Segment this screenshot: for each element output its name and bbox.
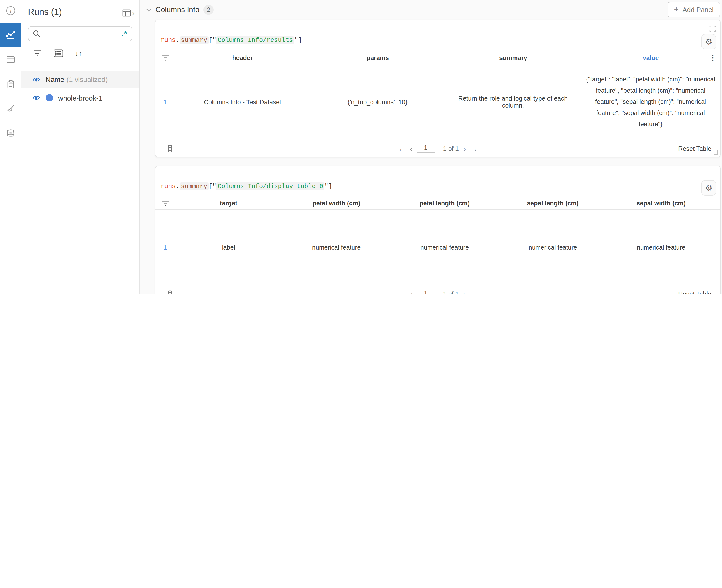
table-filter-icon[interactable] [155,197,175,209]
next-page-icon[interactable]: › [463,145,466,152]
results-table-header: header params summary value ⋮ [155,52,720,64]
last-page-icon[interactable]: → [470,290,477,294]
column-header[interactable]: sepal width (cm) [607,197,715,209]
table-footer: ← ‹ 1 - 1 of 1 › → Reset Table [155,285,720,294]
column-header[interactable]: target [175,197,282,209]
clipboard-icon[interactable] [0,76,21,93]
cell-target: label [175,244,282,251]
table-row[interactable]: 1 Columns Info - Test Dataset {'n_top_co… [155,64,720,140]
column-header[interactable]: petal length (cm) [390,197,498,209]
column-header[interactable]: sepal length (cm) [498,197,607,209]
run-row[interactable]: whole-brook-1 [21,88,139,107]
results-table-panel: runs.summary["Columns Info/results"] ⚙ h… [155,20,721,158]
display-table-header: target petal width (cm) petal length (cm… [155,197,720,210]
runs-panel: Runs (1) › .* [21,0,140,294]
cell-petal-length: numerical feature [390,244,498,251]
reset-table-button[interactable]: Reset Table [678,145,711,152]
chevron-right-icon: › [132,9,134,17]
display-table-panel: runs.summary["Columns Info/display_table… [155,166,721,294]
run-search-box[interactable]: .* [28,26,132,41]
last-page-icon[interactable]: → [470,145,477,152]
prev-page-icon[interactable]: ‹ [410,290,412,294]
prev-page-icon[interactable]: ‹ [410,145,412,152]
gear-icon: ⚙ [705,183,713,193]
brush-icon[interactable] [0,101,21,117]
table-pagination: ← ‹ 1 - 1 of 1 › → [398,289,477,294]
cell-sepal-length: numerical feature [498,244,607,251]
eye-icon[interactable] [33,77,40,82]
workspace-main: Columns Info 2 + Add Panel runs.summary[… [140,0,722,294]
reset-table-button[interactable]: Reset Table [678,290,711,294]
first-page-icon[interactable]: ← [398,290,405,294]
svg-text:i: i [10,8,12,14]
plus-icon: + [674,5,679,15]
panel-count-badge: 2 [204,5,214,15]
table-filter-icon[interactable] [155,52,175,64]
section-columns-info-header: Columns Info 2 [146,5,214,15]
visualized-count: (1 visualized) [67,76,108,83]
gear-icon: ⚙ [705,37,713,47]
panel-settings-button[interactable]: ⚙ [701,34,717,49]
page-number-input[interactable]: 1 [417,289,434,294]
add-panel-button[interactable]: + Add Panel [667,2,720,17]
column-settings-icon[interactable] [168,145,172,152]
sort-icon[interactable]: ↓↑ [75,49,82,57]
cell-value: {"target": "label", "petal width (cm)": … [581,74,720,130]
page-count-label: - 1 of 1 [439,145,459,152]
row-index-link[interactable]: 1 [155,244,175,251]
info-icon[interactable]: i [0,2,21,19]
column-header[interactable]: params [310,52,445,64]
run-color-dot[interactable] [46,94,53,102]
panel-query-expression[interactable]: runs.summary["Columns Info/results"] [161,37,302,44]
panel-query-expression[interactable]: runs.summary["Columns Info/display_table… [161,183,332,190]
regex-toggle-icon[interactable]: .* [121,29,128,38]
row-index-link[interactable]: 1 [155,99,175,105]
column-settings-icon[interactable] [168,290,172,294]
cell-petal-width: numerical feature [282,244,390,251]
cell-params: {'n_top_columns': 10} [310,99,445,105]
next-page-icon[interactable]: › [463,290,466,294]
runs-toolbar: ↓↑ [33,49,82,57]
panel-settings-button[interactable]: ⚙ [701,180,717,195]
page-number-input[interactable]: 1 [417,144,434,153]
table-row[interactable]: 1 label numerical feature numerical feat… [155,209,720,286]
name-column-label: Name [46,76,64,83]
column-header[interactable]: header [175,52,310,64]
line-chart-icon[interactable] [0,23,21,46]
chevron-down-icon[interactable] [146,8,151,12]
runs-name-header-row[interactable]: Name (1 visualized) [21,71,139,88]
table-pagination: ← ‹ 1 - 1 of 1 › → [398,144,477,153]
runs-table-icon[interactable] [0,51,21,68]
column-menu-icon[interactable]: ⋮ [709,54,717,62]
column-header[interactable]: summary [445,52,581,64]
run-name[interactable]: whole-brook-1 [58,94,102,102]
wandb-workspace: i [0,0,722,294]
cell-sepal-width: numerical feature [607,244,715,251]
eye-icon[interactable] [33,95,40,101]
left-rail: i [0,0,21,294]
group-list-icon[interactable] [54,49,63,57]
column-header[interactable]: value [581,52,720,64]
first-page-icon[interactable]: ← [398,145,405,152]
cell-summary: Return the role and logical type of each… [445,95,581,109]
resize-handle[interactable] [714,150,718,154]
section-title[interactable]: Columns Info [155,5,199,14]
search-input[interactable] [41,29,121,38]
search-icon [33,30,41,38]
table-footer: ← ‹ 1 - 1 of 1 › → Reset Table [155,140,720,157]
fullscreen-icon[interactable] [709,26,716,32]
page-count-label: - 1 of 1 [439,290,459,294]
cell-header: Columns Info - Test Dataset [175,99,310,105]
open-runs-table-button[interactable]: › [123,9,134,17]
runs-panel-title: Runs (1) [28,7,62,17]
filter-icon[interactable] [33,49,42,57]
column-header[interactable]: petal width (cm) [282,197,390,209]
database-icon[interactable] [0,125,21,142]
